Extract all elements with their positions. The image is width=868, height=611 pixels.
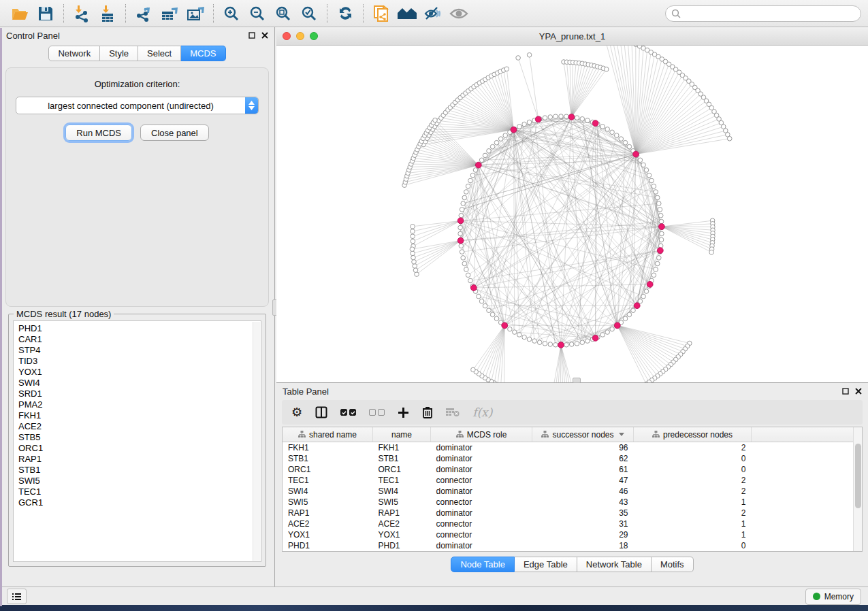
table-row[interactable]: ACE2ACE2connector311 xyxy=(283,518,862,529)
table-cell: 0 xyxy=(634,540,752,551)
show-graphics-icon[interactable] xyxy=(446,3,472,24)
export-network-icon[interactable] xyxy=(131,3,157,24)
table-cell: PHD1 xyxy=(283,540,373,551)
column-header-label: MCDS role xyxy=(467,430,507,440)
mcds-result-item[interactable]: SWI4 xyxy=(18,378,261,389)
criterion-value: largest connected component (undirected) xyxy=(16,101,245,111)
float-panel-icon[interactable] xyxy=(248,32,255,39)
table-row[interactable]: SWI5SWI5connector431 xyxy=(283,497,862,508)
table-cell: ACE2 xyxy=(283,518,373,529)
deselect-all-icon[interactable] xyxy=(369,409,385,416)
table-row[interactable]: TEC1TEC1connector472 xyxy=(283,475,862,486)
mcds-result-item[interactable]: STB1 xyxy=(18,465,261,476)
save-session-icon[interactable] xyxy=(33,3,59,24)
memory-button[interactable]: Memory xyxy=(805,589,861,605)
search-input[interactable] xyxy=(684,8,855,19)
run-mcds-button[interactable]: Run MCDS xyxy=(65,125,132,141)
table-tabs: Node TableEdge TableNetwork TableMotifs xyxy=(276,557,868,572)
mcds-result-item[interactable]: STB5 xyxy=(18,432,261,443)
search-field[interactable] xyxy=(665,5,861,22)
tab-mcds[interactable]: MCDS xyxy=(181,46,225,61)
float-table-panel-icon[interactable] xyxy=(842,388,849,395)
zoom-selected-icon[interactable] xyxy=(296,3,322,24)
zoom-in-icon[interactable] xyxy=(219,3,244,24)
table-row[interactable]: SWI4SWI4dominator462 xyxy=(283,486,862,497)
toolbar-separator xyxy=(363,4,364,23)
network-titlebar[interactable]: YPA_prune.txt_1 xyxy=(276,27,868,46)
mcds-result-item[interactable]: PHD1 xyxy=(18,323,261,334)
table-options-gear-icon[interactable]: ⚙ xyxy=(291,406,302,418)
tab-network-table[interactable]: Network Table xyxy=(577,557,652,572)
column-header-successor-nodes[interactable]: successor nodes xyxy=(532,427,634,442)
table-row[interactable]: YOX1YOX1connector291 xyxy=(283,529,862,540)
import-table-icon[interactable] xyxy=(95,3,120,24)
close-table-panel-icon[interactable] xyxy=(855,388,862,395)
table-cell: 2 xyxy=(634,508,752,518)
table-cell: RAP1 xyxy=(283,508,373,518)
toolbar-separator xyxy=(63,4,64,23)
tab-select[interactable]: Select xyxy=(138,46,181,61)
tab-motifs[interactable]: Motifs xyxy=(652,557,694,572)
network-canvas[interactable] xyxy=(276,46,868,382)
column-header-shared-name[interactable]: shared name xyxy=(283,427,373,442)
tab-network[interactable]: Network xyxy=(48,46,100,61)
column-header-predecessor-nodes[interactable]: predecessor nodes xyxy=(634,427,752,442)
mcds-result-item[interactable]: TEC1 xyxy=(18,486,261,497)
hide-annotations-icon[interactable] xyxy=(420,3,446,24)
network-graph[interactable] xyxy=(276,46,868,382)
tab-edge-table[interactable]: Edge Table xyxy=(515,557,577,572)
export-image-icon[interactable] xyxy=(182,3,208,24)
select-all-icon[interactable] xyxy=(340,409,356,416)
zoom-out-icon[interactable] xyxy=(244,3,270,24)
mcds-result-item[interactable]: SWI5 xyxy=(18,476,261,486)
horizontal-splitter-handle[interactable] xyxy=(573,378,581,383)
mcds-result-item[interactable]: STP4 xyxy=(18,345,261,356)
tab-node-table[interactable]: Node Table xyxy=(451,557,515,572)
mcds-result-item[interactable]: FKH1 xyxy=(18,410,261,421)
network-overview-icon[interactable] xyxy=(394,3,420,24)
column-header-label: shared name xyxy=(309,430,357,440)
table-cell: dominator xyxy=(431,540,532,551)
table-cell: 31 xyxy=(532,518,634,529)
table-scrollbar-thumb[interactable] xyxy=(855,444,861,508)
criterion-dropdown[interactable]: largest connected component (undirected) xyxy=(16,97,259,114)
optimization-criterion-label: Optimization criterion: xyxy=(6,79,268,89)
table-row[interactable]: ORC1ORC1dominator610 xyxy=(283,464,862,475)
table-cell: 1 xyxy=(634,529,752,540)
mcds-result-item[interactable]: YOX1 xyxy=(18,367,261,378)
close-panel-icon[interactable] xyxy=(261,32,268,39)
mcds-list-scrollbar[interactable] xyxy=(253,322,260,561)
column-header-mcds-role[interactable]: MCDS role xyxy=(431,427,532,442)
open-session-icon[interactable] xyxy=(7,3,33,24)
column-header-name[interactable]: name xyxy=(373,427,431,442)
close-panel-button[interactable]: Close panel xyxy=(140,125,209,141)
list-icon xyxy=(12,593,22,601)
copy-network-icon[interactable] xyxy=(368,3,394,24)
table-panel-title: Table Panel xyxy=(283,386,329,397)
search-icon xyxy=(671,9,681,18)
mcds-result-list[interactable]: PHD1CAR1STP4TID3YOX1SWI4SRD1PMA2FKH1ACE2… xyxy=(13,320,261,562)
table-cell: 2 xyxy=(634,475,752,486)
show-columns-icon[interactable] xyxy=(315,406,327,418)
delete-column-icon[interactable] xyxy=(422,406,433,418)
table-row[interactable]: RAP1RAP1dominator352 xyxy=(283,508,862,518)
import-network-icon[interactable] xyxy=(69,3,95,24)
task-history-button[interactable] xyxy=(7,589,27,604)
mcds-result-item[interactable]: TID3 xyxy=(18,356,261,367)
mcds-result-item[interactable]: PMA2 xyxy=(18,399,261,410)
mcds-result-item[interactable]: RAP1 xyxy=(18,454,261,465)
add-column-icon[interactable] xyxy=(398,407,409,418)
mcds-result-item[interactable]: GCR1 xyxy=(18,497,261,508)
export-table-icon[interactable] xyxy=(157,3,182,24)
mcds-result-item[interactable]: ORC1 xyxy=(18,443,261,454)
table-row[interactable]: PHD1PHD1dominator180 xyxy=(283,540,862,551)
mcds-result-item[interactable]: SRD1 xyxy=(18,389,261,399)
table-row[interactable]: FKH1FKH1dominator962 xyxy=(283,442,862,454)
table-row[interactable]: STB1STB1dominator620 xyxy=(283,453,862,464)
zoom-fit-icon[interactable] xyxy=(270,3,296,24)
mcds-result-item[interactable]: ACE2 xyxy=(18,421,261,432)
table-scrollbar[interactable] xyxy=(853,427,862,551)
mcds-result-item[interactable]: CAR1 xyxy=(18,334,261,345)
refresh-icon[interactable] xyxy=(332,3,358,24)
tab-style[interactable]: Style xyxy=(100,46,138,61)
